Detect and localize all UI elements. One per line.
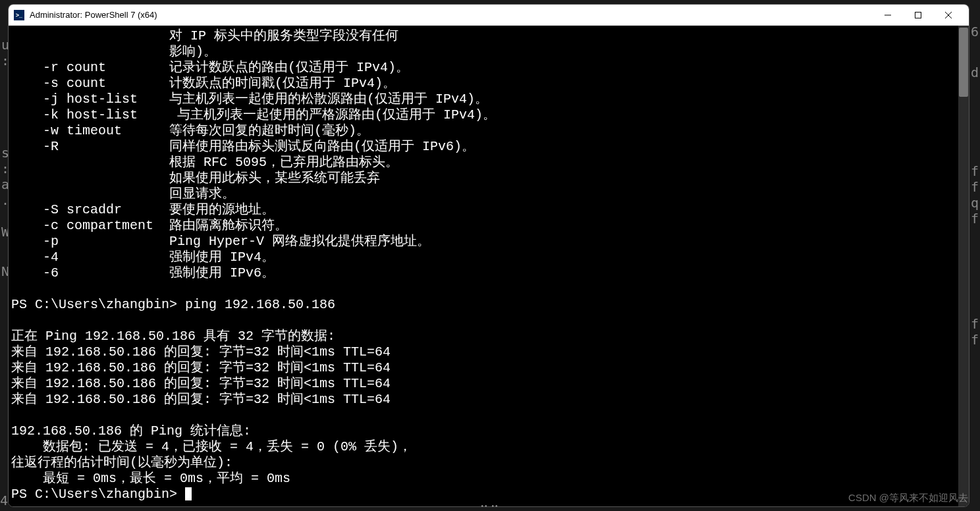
output-line: 数据包: 已发送 = 4，已接收 = 4，丢失 = 0 (0% 丢失)， (11, 439, 412, 454)
output-line: 影响)。 (11, 44, 217, 59)
terminal-body: 对 IP 标头中的服务类型字段没有任何 影响)。 -r count 记录计数跃点… (9, 26, 969, 506)
svg-rect-1 (915, 12, 921, 18)
output-line: -R 同样使用路由标头测试反向路由(仅适用于 IPv6)。 (11, 139, 475, 154)
window-controls (873, 5, 964, 26)
output-line: -S srcaddr 要使用的源地址。 (11, 202, 275, 217)
titlebar[interactable]: Administrator: PowerShell 7 (x64) (9, 5, 969, 26)
bg-text: f (971, 163, 979, 179)
bg-text: f (971, 211, 979, 227)
output-line: 回显请求。 (11, 186, 235, 202)
prompt[interactable]: PS C:\Users\zhangbin> (11, 487, 192, 502)
output-line: -c compartment 路由隔离舱标识符。 (11, 218, 288, 233)
output-line: 来自 192.168.50.186 的回复: 字节=32 时间<1ms TTL=… (11, 344, 391, 360)
scrollbar[interactable] (958, 26, 969, 506)
output-line: 来自 192.168.50.186 的回复: 字节=32 时间<1ms TTL=… (11, 392, 391, 407)
terminal-window: Administrator: PowerShell 7 (x64) 对 IP 标… (8, 4, 969, 507)
terminal-output[interactable]: 对 IP 标头中的服务类型字段没有任何 影响)。 -r count 记录计数跃点… (9, 26, 958, 506)
output-line: -6 强制使用 IPv6。 (11, 265, 275, 281)
resize-handle-icon: •• •• (481, 502, 499, 510)
output-line: 192.168.50.186 的 Ping 统计信息: (11, 423, 251, 439)
output-line: 根据 RFC 5095，已弃用此路由标头。 (11, 155, 398, 170)
output-line: 最短 = 0ms，最长 = 0ms，平均 = 0ms (11, 471, 290, 486)
output-line: -w timeout 等待每次回复的超时时间(毫秒)。 (11, 123, 369, 138)
output-line: 如果使用此标头，某些系统可能丢弃 (11, 171, 380, 186)
output-line: 来自 192.168.50.186 的回复: 字节=32 时间<1ms TTL=… (11, 360, 391, 375)
output-line: 对 IP 标头中的服务类型字段没有任何 (11, 28, 398, 43)
output-line: 往返行程的估计时间(以毫秒为单位): (11, 455, 232, 470)
output-line: -j host-list 与主机列表一起使用的松散源路由(仅适用于 IPv4)。 (11, 92, 488, 107)
output-line: -r count 记录计数跃点的路由(仅适用于 IPv4)。 (11, 60, 409, 75)
output-line: -4 强制使用 IPv4。 (11, 250, 275, 265)
prompt-text: PS C:\Users\zhangbin> (11, 487, 185, 502)
bg-text: 4 (0, 493, 8, 508)
output-line: 正在 Ping 192.168.50.186 具有 32 字节的数据: (11, 329, 335, 344)
close-button[interactable] (933, 5, 964, 26)
cursor (185, 487, 192, 500)
bg-text: q (971, 195, 979, 211)
output-line: PS C:\Users\zhangbin> ping 192.168.50.18… (11, 297, 335, 312)
output-line: 来自 192.168.50.186 的回复: 字节=32 时间<1ms TTL=… (11, 376, 391, 391)
window-title: Administrator: PowerShell 7 (x64) (30, 10, 873, 20)
maximize-button[interactable] (903, 5, 933, 26)
bg-text: f (971, 316, 979, 332)
output-line: -p Ping Hyper-V 网络虚拟化提供程序地址。 (11, 234, 430, 249)
output-line: -s count 计数跃点的时间戳(仅适用于 IPv4)。 (11, 76, 396, 91)
bg-text: 6 (971, 24, 979, 40)
scrollbar-thumb[interactable] (959, 28, 968, 97)
minimize-button[interactable] (873, 5, 903, 26)
output-line: -k host-list 与主机列表一起使用的严格源路由(仅适用于 IPv4)。 (11, 107, 496, 122)
bg-text: f (971, 179, 979, 195)
powershell-icon (14, 10, 24, 20)
bg-text: d (971, 65, 979, 80)
bg-text: f (971, 332, 979, 348)
